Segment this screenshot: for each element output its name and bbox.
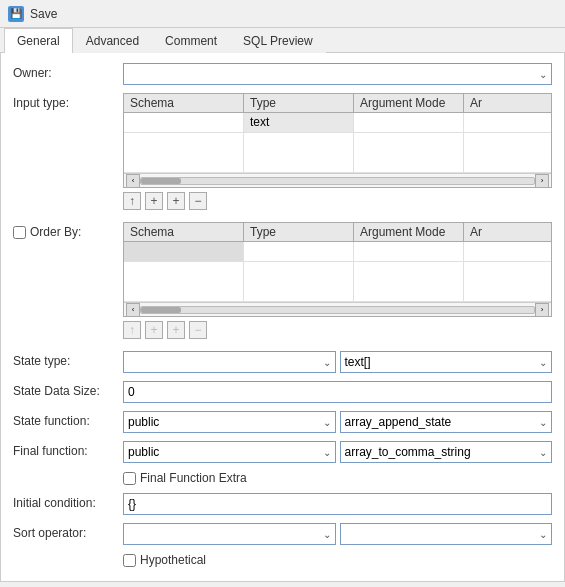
table-row bbox=[124, 133, 551, 173]
order-by-add2-btn[interactable]: + bbox=[167, 321, 185, 339]
tab-bar: General Advanced Comment SQL Preview bbox=[0, 28, 565, 53]
tab-sql-preview[interactable]: SQL Preview bbox=[230, 28, 326, 53]
final-function-right-dropdown[interactable]: array_to_comma_string ⌄ bbox=[340, 441, 553, 463]
input-type-cell-schema bbox=[124, 113, 244, 132]
input-type-cell-schema-empty bbox=[124, 133, 244, 172]
state-function-label: State function: bbox=[13, 411, 123, 428]
hypothetical-text: Hypothetical bbox=[140, 553, 206, 567]
state-data-size-label: State Data Size: bbox=[13, 381, 123, 398]
order-by-move-up-btn[interactable]: ↑ bbox=[123, 321, 141, 339]
title-text: Save bbox=[30, 7, 57, 21]
input-type-grid-header: Schema Type Argument Mode Ar bbox=[124, 94, 551, 113]
sort-operator-left-dropdown[interactable]: ⌄ bbox=[123, 523, 336, 545]
order-by-toolbar: ↑ + + − bbox=[123, 321, 552, 339]
state-data-size-input[interactable] bbox=[123, 381, 552, 403]
order-by-cell-schema bbox=[124, 242, 244, 261]
input-type-col-type: Type bbox=[244, 94, 354, 112]
title-bar: 💾 Save bbox=[0, 0, 565, 28]
order-by-label: Order By: bbox=[13, 222, 123, 239]
input-type-col-schema: Schema bbox=[124, 94, 244, 112]
state-type-row: State type: ⌄ text[] ⌄ bbox=[13, 351, 552, 373]
input-type-cell-type: text bbox=[244, 113, 354, 132]
order-by-grid: Schema Type Argument Mode Ar bbox=[123, 222, 552, 317]
order-by-text: Order By: bbox=[30, 225, 81, 239]
state-type-right-value: text[] bbox=[345, 355, 371, 369]
final-function-right-value: array_to_comma_string bbox=[345, 445, 471, 459]
initial-condition-row: Initial condition: bbox=[13, 493, 552, 515]
order-by-empty-argmode bbox=[354, 262, 464, 301]
order-by-col-ar: Ar bbox=[464, 223, 504, 241]
hypothetical-checkbox[interactable] bbox=[123, 554, 136, 567]
hypothetical-label[interactable]: Hypothetical bbox=[123, 553, 206, 567]
input-type-add-btn[interactable]: + bbox=[145, 192, 163, 210]
order-by-add-btn[interactable]: + bbox=[145, 321, 163, 339]
content-area: Owner: ⌄ Input type: Schema Type Argumen… bbox=[0, 53, 565, 582]
input-type-control: Schema Type Argument Mode Ar text bbox=[123, 93, 552, 214]
order-by-scroll-right-btn[interactable]: › bbox=[535, 303, 549, 317]
input-type-col-argmode: Argument Mode bbox=[354, 94, 464, 112]
input-type-add2-btn[interactable]: + bbox=[167, 192, 185, 210]
scroll-left-btn[interactable]: ‹ bbox=[126, 174, 140, 188]
order-by-cell-ar bbox=[464, 242, 504, 261]
order-by-control: Schema Type Argument Mode Ar bbox=[123, 222, 552, 343]
final-function-extra-label[interactable]: Final Function Extra bbox=[123, 471, 247, 485]
state-function-control: public ⌄ array_append_state ⌄ bbox=[123, 411, 552, 433]
save-icon: 💾 bbox=[8, 6, 24, 22]
owner-dropdown[interactable]: ⌄ bbox=[123, 63, 552, 85]
owner-row: Owner: ⌄ bbox=[13, 63, 552, 85]
final-function-right-arrow: ⌄ bbox=[539, 447, 547, 458]
tab-general[interactable]: General bbox=[4, 28, 73, 53]
owner-label: Owner: bbox=[13, 63, 123, 80]
state-function-right-dropdown[interactable]: array_append_state ⌄ bbox=[340, 411, 553, 433]
order-by-col-type: Type bbox=[244, 223, 354, 241]
sort-operator-left-arrow: ⌄ bbox=[323, 529, 331, 540]
state-type-control: ⌄ text[] ⌄ bbox=[123, 351, 552, 373]
input-type-cell-argmode bbox=[354, 113, 464, 132]
input-type-grid: Schema Type Argument Mode Ar text bbox=[123, 93, 552, 188]
order-by-scroll-track bbox=[140, 306, 535, 314]
state-type-left-arrow: ⌄ bbox=[323, 357, 331, 368]
scroll-thumb bbox=[141, 178, 181, 184]
owner-control: ⌄ bbox=[123, 63, 552, 85]
state-function-left-dropdown[interactable]: public ⌄ bbox=[123, 411, 336, 433]
sort-operator-label: Sort operator: bbox=[13, 523, 123, 540]
order-by-remove-btn[interactable]: − bbox=[189, 321, 207, 339]
input-type-col-ar: Ar bbox=[464, 94, 504, 112]
final-function-row: Final function: public ⌄ array_to_comma_… bbox=[13, 441, 552, 463]
final-function-dropdowns: public ⌄ array_to_comma_string ⌄ bbox=[123, 441, 552, 463]
final-function-left-dropdown[interactable]: public ⌄ bbox=[123, 441, 336, 463]
state-data-size-row: State Data Size: bbox=[13, 381, 552, 403]
input-type-cell-type-empty bbox=[244, 133, 354, 172]
initial-condition-input[interactable] bbox=[123, 493, 552, 515]
initial-condition-control bbox=[123, 493, 552, 515]
input-type-label: Input type: bbox=[13, 93, 123, 110]
input-type-scrollbar[interactable]: ‹ › bbox=[124, 173, 551, 187]
state-function-right-arrow: ⌄ bbox=[539, 417, 547, 428]
state-function-right-value: array_append_state bbox=[345, 415, 452, 429]
scroll-track bbox=[140, 177, 535, 185]
state-type-dropdowns: ⌄ text[] ⌄ bbox=[123, 351, 552, 373]
state-type-left-dropdown[interactable]: ⌄ bbox=[123, 351, 336, 373]
state-type-right-dropdown[interactable]: text[] ⌄ bbox=[340, 351, 553, 373]
owner-dropdown-arrow: ⌄ bbox=[539, 69, 547, 80]
final-function-left-arrow: ⌄ bbox=[323, 447, 331, 458]
state-type-label: State type: bbox=[13, 351, 123, 368]
order-by-scroll-left-btn[interactable]: ‹ bbox=[126, 303, 140, 317]
order-by-scrollbar[interactable]: ‹ › bbox=[124, 302, 551, 316]
tab-advanced[interactable]: Advanced bbox=[73, 28, 152, 53]
sort-operator-control: ⌄ ⌄ bbox=[123, 523, 552, 545]
input-type-remove-btn[interactable]: − bbox=[189, 192, 207, 210]
tab-comment[interactable]: Comment bbox=[152, 28, 230, 53]
hypothetical-row: Hypothetical bbox=[123, 553, 552, 567]
scroll-right-btn[interactable]: › bbox=[535, 174, 549, 188]
state-data-size-control bbox=[123, 381, 552, 403]
final-function-extra-checkbox[interactable] bbox=[123, 472, 136, 485]
input-type-grid-body: text bbox=[124, 113, 551, 173]
sort-operator-right-dropdown[interactable]: ⌄ bbox=[340, 523, 553, 545]
order-by-col-schema: Schema bbox=[124, 223, 244, 241]
order-by-empty-ar bbox=[464, 262, 504, 301]
order-by-checkbox[interactable] bbox=[13, 226, 26, 239]
input-type-move-up-btn[interactable]: ↑ bbox=[123, 192, 141, 210]
sort-operator-row: Sort operator: ⌄ ⌄ bbox=[13, 523, 552, 545]
final-function-label: Final function: bbox=[13, 441, 123, 458]
